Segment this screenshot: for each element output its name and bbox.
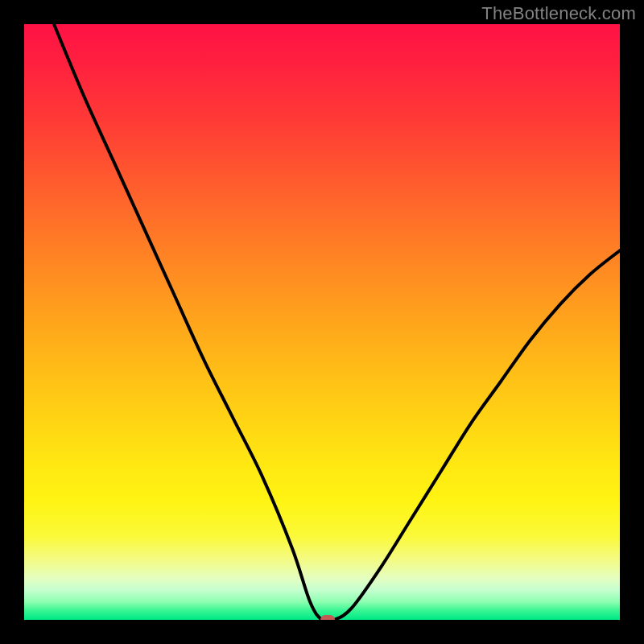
chart-stage: TheBottleneck.com [0,0,644,644]
plot-area [24,24,620,620]
bottleneck-curve [24,24,620,620]
watermark-text: TheBottleneck.com [481,3,636,24]
optimal-point-marker [320,615,335,620]
